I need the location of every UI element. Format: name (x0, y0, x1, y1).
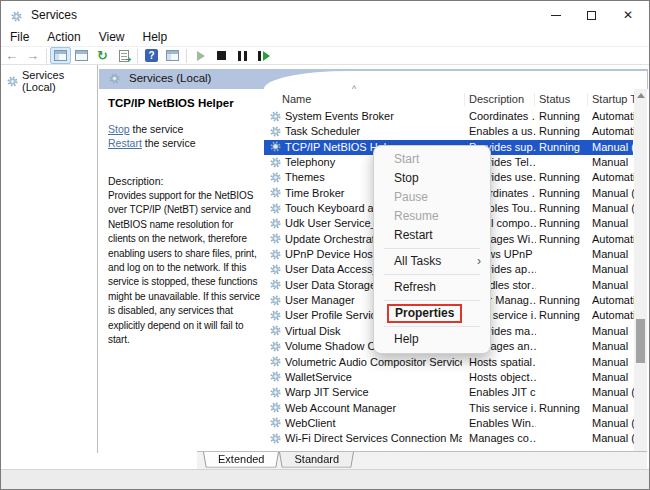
show-console-tree-icon (54, 50, 67, 61)
window-title: Services (31, 8, 77, 22)
service-startup-type: Automatic (592, 294, 634, 306)
service-name-cell: Warp JIT Service (270, 386, 462, 398)
service-description-pane: TCP/IP NetBIOS Helper Stop the service R… (99, 89, 266, 451)
context-menu-item[interactable]: Properties › (374, 304, 490, 323)
column-header-name[interactable]: Name (282, 93, 311, 105)
refresh-icon: ↻ (97, 49, 108, 62)
services-header-icon (109, 73, 120, 84)
show-console-tree-button[interactable] (50, 47, 71, 64)
service-description: Hosts spatial… (469, 356, 536, 368)
service-gear-icon (270, 295, 281, 306)
context-menu-item-label: Properties (387, 304, 462, 323)
stop-service-button[interactable] (211, 47, 232, 64)
service-status: Running (539, 233, 589, 245)
toolbar-separator (46, 49, 47, 63)
service-name: Virtual Disk (285, 325, 340, 337)
pause-service-icon (238, 51, 247, 61)
column-header-description[interactable]: Description (469, 93, 524, 105)
service-row[interactable]: WalletService Hosts object… Manual (264, 370, 633, 385)
service-row[interactable]: Task Scheduler Enables a us… Running Aut… (264, 124, 633, 139)
pause-service-button[interactable] (232, 47, 253, 64)
export-list-icon (119, 50, 129, 62)
maximize-button[interactable] (574, 1, 608, 29)
description-label: Description: (108, 175, 163, 187)
vertical-scrollbar[interactable] (634, 89, 647, 460)
service-name: Web Account Manager (285, 402, 396, 414)
service-description: Hosts object… (469, 371, 536, 383)
service-gear-icon (270, 279, 281, 290)
description-text: Provides support for the NetBIOS over TC… (108, 189, 261, 347)
service-gear-icon (270, 387, 281, 398)
context-menu-item[interactable]: Resume › (374, 207, 490, 226)
context-menu-item[interactable]: Pause › (374, 188, 490, 207)
service-name: Themes (285, 171, 325, 183)
service-row[interactable]: Web Account Manager This service i… Runn… (264, 401, 633, 416)
menu-view[interactable]: View (90, 29, 134, 46)
start-service-icon (197, 51, 205, 61)
service-startup-type: Manual (592, 263, 634, 275)
service-startup-type: Manual (T (592, 141, 634, 153)
service-startup-type: Manual (T (592, 386, 634, 398)
context-menu: Start › Stop › Pause › Resume › Restart … (373, 145, 491, 354)
scroll-up-icon[interactable] (637, 93, 645, 98)
column-header-status[interactable]: Status (539, 93, 570, 105)
service-startup-type: Automatic (592, 233, 634, 245)
service-row[interactable]: Wi-Fi Direct Services Connection Mana… M… (264, 431, 633, 446)
minimize-button[interactable] (539, 1, 573, 29)
tab-extended[interactable]: Extended (203, 452, 279, 469)
service-row[interactable]: Warp JIT Service Enables JIT c… Manual (… (264, 385, 633, 400)
sort-ascending-icon: ^ (352, 84, 356, 94)
menu-help[interactable]: Help (134, 29, 177, 46)
service-row[interactable]: System Events Broker Coordinates … Runni… (264, 109, 633, 124)
context-menu-item[interactable]: All Tasks › (374, 252, 490, 271)
service-name-cell: System Events Broker (270, 110, 462, 122)
service-description: Enables a us… (469, 125, 536, 137)
service-name: Warp JIT Service (285, 386, 369, 398)
column-separator[interactable] (534, 93, 535, 106)
service-status: Running (539, 125, 589, 137)
column-separator[interactable] (464, 93, 465, 106)
context-menu-item[interactable]: Restart › (374, 226, 490, 245)
back-button[interactable]: ← (1, 47, 22, 64)
services-node-icon (7, 76, 18, 87)
service-gear-icon (270, 187, 281, 198)
service-gear-icon (270, 233, 281, 244)
export-list-button[interactable] (113, 47, 134, 64)
context-menu-item-label: Start (394, 150, 419, 169)
context-menu-item[interactable]: Stop › (374, 169, 490, 188)
menu-action[interactable]: Action (38, 29, 89, 46)
help-button[interactable]: ? (141, 47, 162, 64)
service-name: Volumetric Audio Compositor Service (285, 356, 462, 368)
maximize-icon (587, 11, 596, 20)
restart-service-button[interactable] (253, 47, 274, 64)
stop-service-icon (217, 51, 226, 60)
service-name: Time Broker (285, 187, 345, 199)
start-service-button[interactable] (190, 47, 211, 64)
service-name: Wi-Fi Direct Services Connection Mana… (285, 432, 462, 444)
refresh-button[interactable]: ↻ (92, 47, 113, 64)
service-gear-icon (270, 310, 281, 321)
menu-file[interactable]: File (1, 29, 38, 46)
context-menu-item[interactable]: Help › (374, 330, 490, 349)
column-separator[interactable] (587, 93, 588, 106)
service-gear-icon (270, 157, 281, 168)
stop-service-link[interactable]: Stop (108, 123, 130, 135)
properties-button[interactable] (71, 47, 92, 64)
forward-button[interactable]: → (22, 47, 43, 64)
vertical-scroll-thumb[interactable] (636, 319, 645, 363)
tree-item-services-local[interactable]: Services (Local) (2, 65, 97, 96)
service-status: Running (539, 110, 589, 122)
service-gear-icon (270, 341, 281, 352)
service-gear-icon (270, 417, 281, 428)
service-row[interactable]: Volumetric Audio Compositor Service Host… (264, 355, 633, 370)
service-status: Running (539, 309, 589, 321)
close-button[interactable]: ✕ (611, 1, 645, 29)
show-action-pane-button[interactable] (162, 47, 183, 64)
restart-service-link[interactable]: Restart (108, 137, 142, 149)
context-menu-item[interactable]: Start › (374, 150, 490, 169)
service-row[interactable]: WebClient Enables Win… Manual (T (264, 416, 633, 431)
tab-standard[interactable]: Standard (279, 452, 354, 469)
service-startup-type: Manual (592, 356, 634, 368)
minimize-icon (551, 15, 561, 16)
context-menu-item[interactable]: Refresh › (374, 278, 490, 297)
